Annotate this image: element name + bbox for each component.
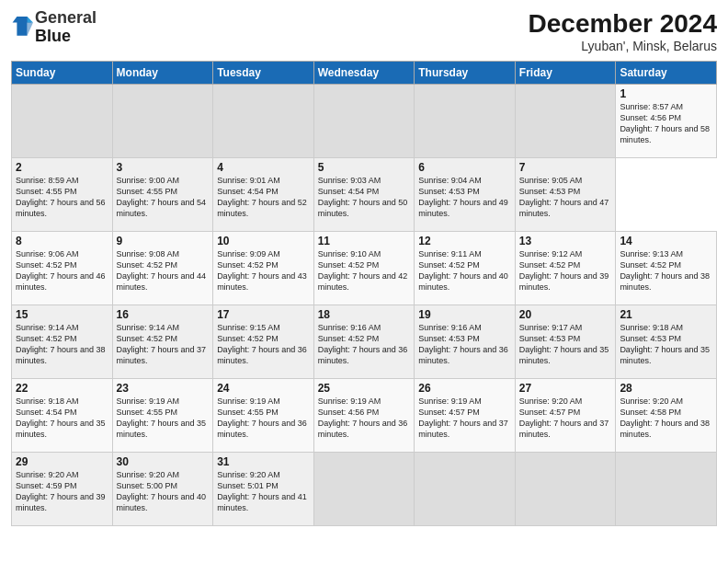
empty-cell bbox=[112, 85, 213, 158]
day-number: 10 bbox=[217, 235, 310, 247]
day-detail: Sunrise: 9:18 AMSunset: 4:53 PMDaylight:… bbox=[620, 323, 710, 365]
weekday-monday: Monday bbox=[112, 62, 213, 85]
calendar-day-29: 29Sunrise: 9:20 AMSunset: 4:59 PMDayligh… bbox=[12, 453, 113, 526]
day-detail: Sunrise: 9:14 AMSunset: 4:52 PMDaylight:… bbox=[16, 323, 106, 365]
weekday-sunday: Sunday bbox=[12, 62, 113, 85]
calendar-week-3: 8Sunrise: 9:06 AMSunset: 4:52 PMDaylight… bbox=[12, 232, 717, 305]
header: General Blue December 2024 Lyuban', Mins… bbox=[11, 9, 717, 53]
day-detail: Sunrise: 9:10 AMSunset: 4:52 PMDaylight:… bbox=[318, 249, 408, 292]
calendar-day-7: 7Sunrise: 9:05 AMSunset: 4:53 PMDaylight… bbox=[515, 158, 616, 232]
logo-line2: Blue bbox=[35, 28, 97, 46]
calendar-subtitle: Lyuban', Minsk, Belarus bbox=[529, 39, 717, 53]
day-detail: Sunrise: 9:16 AMSunset: 4:53 PMDaylight:… bbox=[418, 323, 508, 365]
calendar-day-8: 8Sunrise: 9:06 AMSunset: 4:52 PMDaylight… bbox=[12, 232, 113, 305]
calendar-day-12: 12Sunrise: 9:11 AMSunset: 4:52 PMDayligh… bbox=[415, 232, 516, 305]
day-number: 3 bbox=[117, 161, 210, 174]
calendar-day-22: 22Sunrise: 9:18 AMSunset: 4:54 PMDayligh… bbox=[12, 379, 113, 453]
calendar-day-13: 13Sunrise: 9:12 AMSunset: 4:52 PMDayligh… bbox=[515, 232, 616, 305]
day-number: 22 bbox=[16, 382, 108, 395]
day-number: 7 bbox=[519, 161, 612, 174]
calendar-day-17: 17Sunrise: 9:15 AMSunset: 4:52 PMDayligh… bbox=[213, 305, 314, 379]
day-number: 14 bbox=[620, 235, 712, 247]
calendar-day-2: 2Sunrise: 8:59 AMSunset: 4:55 PMDaylight… bbox=[12, 158, 113, 232]
empty-cell bbox=[415, 453, 516, 526]
day-number: 9 bbox=[117, 235, 210, 247]
calendar-day-30: 30Sunrise: 9:20 AMSunset: 5:00 PMDayligh… bbox=[112, 453, 213, 526]
calendar-week-6: 29Sunrise: 9:20 AMSunset: 4:59 PMDayligh… bbox=[12, 453, 717, 526]
day-detail: Sunrise: 9:14 AMSunset: 4:52 PMDaylight:… bbox=[117, 323, 207, 365]
empty-cell bbox=[12, 85, 113, 158]
logo-icon bbox=[11, 15, 33, 40]
calendar-week-4: 15Sunrise: 9:14 AMSunset: 4:52 PMDayligh… bbox=[12, 305, 717, 379]
weekday-wednesday: Wednesday bbox=[313, 62, 415, 85]
calendar-day-31: 31Sunrise: 9:20 AMSunset: 5:01 PMDayligh… bbox=[213, 453, 314, 526]
day-detail: Sunrise: 9:20 AMSunset: 5:01 PMDaylight:… bbox=[217, 470, 307, 512]
calendar-day-9: 9Sunrise: 9:08 AMSunset: 4:52 PMDaylight… bbox=[112, 232, 213, 305]
day-detail: Sunrise: 9:18 AMSunset: 4:54 PMDaylight:… bbox=[16, 396, 106, 439]
calendar-title: December 2024 bbox=[529, 9, 717, 39]
day-number: 23 bbox=[117, 382, 210, 395]
weekday-header-row: SundayMondayTuesdayWednesdayThursdayFrid… bbox=[12, 62, 717, 85]
day-detail: Sunrise: 9:20 AMSunset: 5:00 PMDaylight:… bbox=[117, 470, 207, 512]
calendar-day-23: 23Sunrise: 9:19 AMSunset: 4:55 PMDayligh… bbox=[112, 379, 213, 453]
day-detail: Sunrise: 9:19 AMSunset: 4:55 PMDaylight:… bbox=[217, 396, 307, 439]
weekday-thursday: Thursday bbox=[415, 62, 516, 85]
calendar-day-28: 28Sunrise: 9:20 AMSunset: 4:58 PMDayligh… bbox=[616, 379, 717, 453]
calendar-day-6: 6Sunrise: 9:04 AMSunset: 4:53 PMDaylight… bbox=[415, 158, 516, 232]
logo: General Blue bbox=[11, 9, 97, 46]
calendar-day-18: 18Sunrise: 9:16 AMSunset: 4:52 PMDayligh… bbox=[313, 305, 415, 379]
day-number: 6 bbox=[418, 161, 511, 174]
day-number: 26 bbox=[418, 382, 511, 395]
day-number: 1 bbox=[620, 87, 712, 100]
day-detail: Sunrise: 9:01 AMSunset: 4:54 PMDaylight:… bbox=[217, 176, 307, 218]
calendar-week-2: 2Sunrise: 8:59 AMSunset: 4:55 PMDaylight… bbox=[12, 158, 717, 232]
day-detail: Sunrise: 9:19 AMSunset: 4:56 PMDaylight:… bbox=[318, 396, 408, 439]
day-number: 13 bbox=[519, 235, 612, 247]
day-number: 18 bbox=[318, 308, 411, 321]
day-detail: Sunrise: 9:20 AMSunset: 4:58 PMDaylight:… bbox=[620, 396, 710, 439]
day-number: 16 bbox=[117, 308, 210, 321]
calendar-day-26: 26Sunrise: 9:19 AMSunset: 4:57 PMDayligh… bbox=[415, 379, 516, 453]
day-number: 21 bbox=[620, 308, 712, 321]
day-detail: Sunrise: 9:11 AMSunset: 4:52 PMDaylight:… bbox=[418, 249, 508, 292]
day-number: 27 bbox=[519, 382, 612, 395]
day-detail: Sunrise: 9:05 AMSunset: 4:53 PMDaylight:… bbox=[519, 176, 609, 218]
weekday-saturday: Saturday bbox=[616, 62, 717, 85]
day-detail: Sunrise: 8:59 AMSunset: 4:55 PMDaylight:… bbox=[16, 176, 106, 218]
day-detail: Sunrise: 9:08 AMSunset: 4:52 PMDaylight:… bbox=[117, 249, 207, 292]
empty-cell bbox=[313, 85, 415, 158]
day-detail: Sunrise: 9:16 AMSunset: 4:52 PMDaylight:… bbox=[318, 323, 408, 365]
calendar-day-27: 27Sunrise: 9:20 AMSunset: 4:57 PMDayligh… bbox=[515, 379, 616, 453]
day-number: 20 bbox=[519, 308, 612, 321]
day-detail: Sunrise: 8:57 AMSunset: 4:56 PMDaylight:… bbox=[620, 102, 710, 144]
day-number: 31 bbox=[217, 455, 310, 468]
day-number: 5 bbox=[318, 161, 411, 174]
calendar-day-16: 16Sunrise: 9:14 AMSunset: 4:52 PMDayligh… bbox=[112, 305, 213, 379]
day-number: 19 bbox=[418, 308, 511, 321]
day-detail: Sunrise: 9:13 AMSunset: 4:52 PMDaylight:… bbox=[620, 249, 710, 292]
calendar-day-24: 24Sunrise: 9:19 AMSunset: 4:55 PMDayligh… bbox=[213, 379, 314, 453]
calendar-day-25: 25Sunrise: 9:19 AMSunset: 4:56 PMDayligh… bbox=[313, 379, 415, 453]
calendar-day-15: 15Sunrise: 9:14 AMSunset: 4:52 PMDayligh… bbox=[12, 305, 113, 379]
day-number: 15 bbox=[16, 308, 108, 321]
weekday-friday: Friday bbox=[515, 62, 616, 85]
calendar-table: SundayMondayTuesdayWednesdayThursdayFrid… bbox=[11, 61, 717, 526]
empty-cell bbox=[415, 85, 516, 158]
day-detail: Sunrise: 9:15 AMSunset: 4:52 PMDaylight:… bbox=[217, 323, 307, 365]
day-detail: Sunrise: 9:12 AMSunset: 4:52 PMDaylight:… bbox=[519, 249, 609, 292]
day-number: 25 bbox=[318, 382, 411, 395]
calendar-day-21: 21Sunrise: 9:18 AMSunset: 4:53 PMDayligh… bbox=[616, 305, 717, 379]
empty-cell bbox=[515, 85, 616, 158]
empty-cell bbox=[313, 453, 415, 526]
calendar-container: General Blue December 2024 Lyuban', Mins… bbox=[0, 0, 728, 534]
calendar-day-11: 11Sunrise: 9:10 AMSunset: 4:52 PMDayligh… bbox=[313, 232, 415, 305]
day-detail: Sunrise: 9:20 AMSunset: 4:59 PMDaylight:… bbox=[16, 470, 106, 512]
day-number: 12 bbox=[418, 235, 511, 247]
calendar-day-4: 4Sunrise: 9:01 AMSunset: 4:54 PMDaylight… bbox=[213, 158, 314, 232]
calendar-day-3: 3Sunrise: 9:00 AMSunset: 4:55 PMDaylight… bbox=[112, 158, 213, 232]
empty-cell bbox=[213, 85, 314, 158]
calendar-week-1: 1Sunrise: 8:57 AMSunset: 4:56 PMDaylight… bbox=[12, 85, 717, 158]
day-detail: Sunrise: 9:06 AMSunset: 4:52 PMDaylight:… bbox=[16, 249, 106, 292]
day-detail: Sunrise: 9:09 AMSunset: 4:52 PMDaylight:… bbox=[217, 249, 307, 292]
day-number: 11 bbox=[318, 235, 411, 247]
